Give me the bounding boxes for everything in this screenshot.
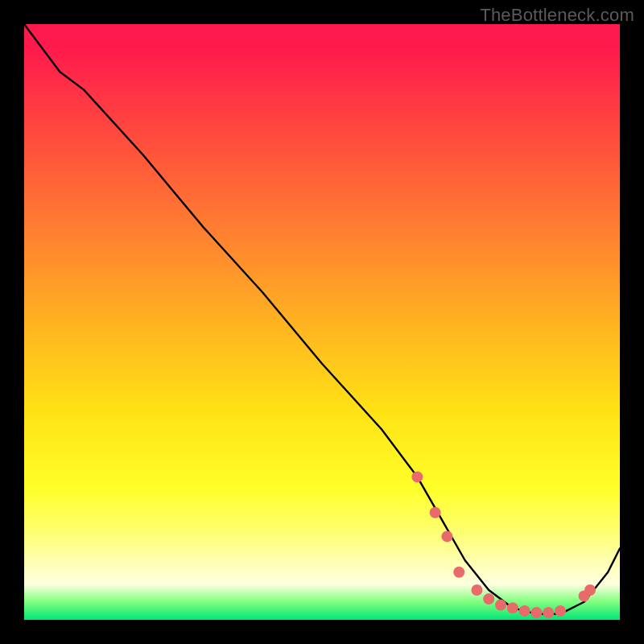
curve-marker <box>555 605 566 617</box>
watermark-text: TheBottleneck.com <box>480 5 634 26</box>
curve-marker <box>483 593 494 605</box>
curve-marker <box>430 507 441 518</box>
curve-marker <box>441 530 452 542</box>
curve-marker <box>519 605 530 617</box>
curve-marker <box>530 607 542 618</box>
curve-marker <box>411 471 423 482</box>
curve-markers <box>411 471 596 618</box>
curve-marker <box>453 567 464 578</box>
bottleneck-curve <box>24 24 620 614</box>
curve-marker <box>543 607 554 618</box>
curve-marker <box>507 602 518 613</box>
curve-marker <box>495 600 506 611</box>
plot-area <box>24 24 620 620</box>
curve-svg <box>24 24 620 620</box>
curve-marker <box>584 584 596 596</box>
chart-frame: TheBottleneck.com <box>0 0 644 644</box>
curve-marker <box>471 584 482 596</box>
